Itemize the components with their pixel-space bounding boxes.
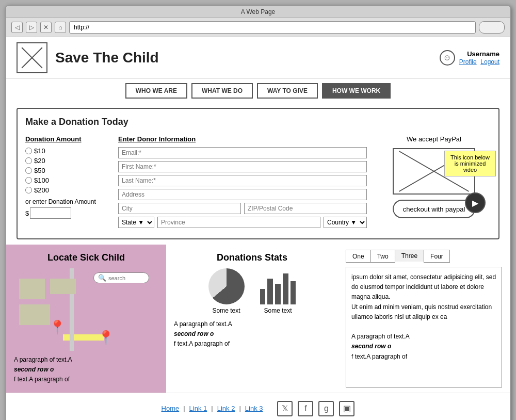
paypal-button[interactable]: checkout with paypal: [393, 200, 475, 218]
donation-title: Make a Donation Today: [25, 117, 491, 127]
dollar-sign: $: [25, 209, 29, 217]
radio-20[interactable]: [25, 157, 32, 164]
stats-f-text: f text.A paragraph of: [174, 339, 330, 349]
nav-who-we-are[interactable]: WHO WE ARE: [125, 83, 187, 99]
amount-200-label: $200: [34, 186, 49, 194]
home-button[interactable]: ⌂: [55, 22, 66, 33]
browser-titlebar: A Web Page: [6, 6, 510, 18]
footer-link3[interactable]: Link 3: [245, 405, 263, 412]
state-select[interactable]: State ▼: [118, 217, 154, 228]
donation-amounts: Donation Amount $10 $20 $50: [25, 135, 108, 219]
address-bar[interactable]: [69, 21, 476, 34]
footer-links: Home | Link 1 | Link 2 | Link 3 𝕏 f g ▣: [17, 401, 499, 416]
country-select[interactable]: Country ▼: [324, 217, 367, 228]
social-icons: 𝕏 f g ▣: [277, 401, 354, 416]
chart2-label: Some text: [264, 307, 292, 314]
amount-50[interactable]: $50: [25, 167, 108, 174]
profile-link[interactable]: Profile: [459, 58, 477, 66]
pie-chart: [208, 268, 245, 304]
donor-info-label: Enter Donor Information: [118, 135, 367, 143]
google-plus-icon[interactable]: g: [318, 401, 334, 416]
logout-link[interactable]: Logout: [480, 58, 499, 66]
map-search: 🔍: [93, 272, 149, 283]
amount-10[interactable]: $10: [25, 147, 108, 155]
stats-charts: Some text Some text: [174, 268, 330, 314]
radio-100[interactable]: [25, 177, 32, 184]
first-name-field[interactable]: [118, 161, 367, 172]
radio-200[interactable]: [25, 187, 32, 193]
nav-what-we-do[interactable]: WHAT WE DO: [191, 83, 253, 99]
tab-f-text: f text.A paragraph of: [351, 352, 496, 362]
locate-second-row: second row o: [14, 365, 158, 375]
bar-5: [291, 281, 296, 304]
browser-title: A Web Page: [241, 8, 276, 15]
map-block-2: [50, 279, 76, 294]
tabs-content-section: One Two Three Four ipsum dolor sit amet,…: [338, 245, 510, 393]
bar-chart: [260, 268, 296, 304]
address-field[interactable]: [118, 189, 367, 200]
nav-way-to-give[interactable]: WAY TO GIVE: [257, 83, 318, 99]
amount-100[interactable]: $100: [25, 176, 108, 184]
amounts-label: Donation Amount: [25, 135, 108, 143]
back-button[interactable]: ◁: [11, 22, 23, 33]
zip-field[interactable]: [244, 203, 367, 214]
close-button[interactable]: ✕: [40, 22, 52, 33]
email-field[interactable]: [118, 147, 367, 158]
stats-second-row: second row o: [174, 329, 330, 339]
amount-20-label: $20: [34, 157, 45, 165]
tabs-row: One Two Three Four: [346, 250, 502, 263]
state-province-country-row: State ▼ Country ▼: [118, 217, 367, 228]
donation-grid: Donation Amount $10 $20 $50: [25, 135, 491, 231]
footer-home-link[interactable]: Home: [162, 405, 180, 412]
map-block-1: [19, 279, 45, 299]
locate-paragraph1: A paragraph of text.A: [14, 355, 158, 365]
facebook-icon[interactable]: f: [298, 401, 313, 416]
play-video-icon[interactable]: ▶: [465, 192, 486, 213]
enter-amount-label: or enter Donation Amount: [25, 198, 108, 205]
map-block-3: [19, 304, 50, 325]
radio-50[interactable]: [25, 167, 32, 174]
chart1-label: Some text: [212, 307, 240, 314]
tab-one[interactable]: One: [346, 250, 370, 263]
bar-4: [283, 273, 288, 304]
tab-two[interactable]: Two: [370, 250, 395, 263]
last-name-field[interactable]: [118, 175, 367, 186]
footer: Home | Link 1 | Link 2 | Link 3 𝕏 f g ▣: [6, 393, 510, 420]
city-field[interactable]: [118, 203, 241, 214]
tab-four[interactable]: Four: [424, 250, 450, 263]
user-links: Profile Logout: [459, 58, 499, 66]
map-pin-2: 📍: [98, 330, 114, 346]
amount-20[interactable]: $20: [25, 157, 108, 165]
amount-input-row: $: [25, 207, 108, 219]
stats-paragraph1: A paragraph of text.A: [174, 319, 330, 329]
forward-button[interactable]: ▷: [26, 22, 37, 33]
footer-link1[interactable]: Link 1: [189, 405, 207, 412]
tab-paragraph-1: ipsum dolor sit amet, consectetur adipis…: [351, 272, 496, 302]
user-info: Username Profile Logout: [459, 50, 499, 66]
radio-10[interactable]: [25, 148, 32, 154]
search-button[interactable]: [479, 21, 505, 34]
twitter-icon[interactable]: 𝕏: [277, 401, 293, 416]
username-label: Username: [459, 50, 499, 58]
footer-link2[interactable]: Link 2: [217, 405, 235, 412]
map-search-input[interactable]: [108, 275, 144, 281]
pie-chart-item: Some text: [208, 268, 245, 314]
nav-how-we-work[interactable]: HOW WE WORK: [322, 83, 391, 99]
site-title: Save The Child: [55, 50, 440, 66]
stats-section: Donations Stats Some text: [166, 245, 338, 393]
custom-amount-input[interactable]: [30, 207, 71, 219]
rss-icon[interactable]: ▣: [339, 401, 354, 416]
tab-paragraph-3: A paragraph of text.A: [351, 332, 496, 342]
paypal-section: We accept PayPal checkout with paypal Th…: [377, 135, 491, 218]
amount-200[interactable]: $200: [25, 186, 108, 194]
stats-text: A paragraph of text.A second row o f tex…: [174, 319, 330, 349]
map-pin-1: 📍: [49, 319, 66, 335]
tab-content-box: ipsum dolor sit amet, consectetur adipis…: [346, 267, 502, 387]
amount-50-label: $50: [34, 167, 45, 174]
bar-1: [260, 289, 266, 304]
province-field[interactable]: [157, 217, 320, 228]
locate-f-text: f text.A paragraph of: [14, 375, 158, 384]
bar-chart-item: Some text: [260, 268, 296, 314]
tab-second-row: second row o: [351, 342, 496, 351]
tab-three[interactable]: Three: [395, 250, 424, 263]
